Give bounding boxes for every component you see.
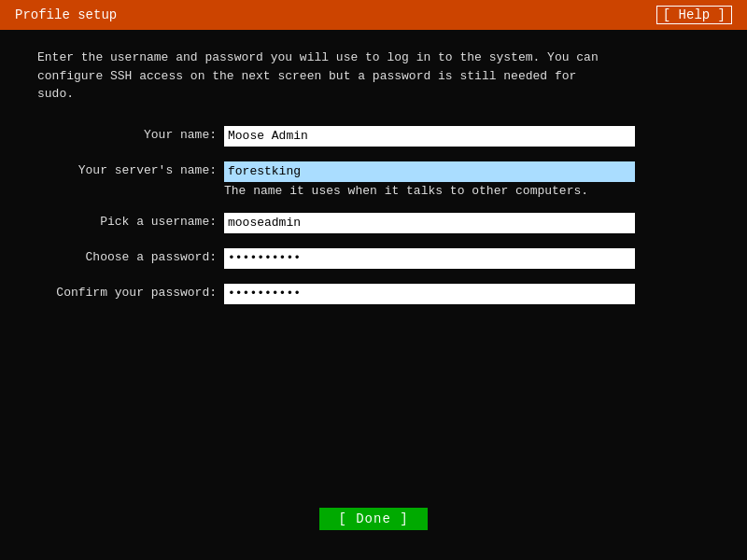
description-text: Enter the username and password you will… bbox=[37, 49, 710, 104]
confirm-password-label: Confirm your password: bbox=[37, 284, 224, 300]
password-input-wrapper bbox=[224, 248, 710, 269]
your-name-row: Your name: bbox=[37, 126, 710, 147]
confirm-password-input-wrapper bbox=[224, 284, 710, 304]
your-name-input[interactable] bbox=[224, 126, 635, 147]
server-name-label: Your server's name: bbox=[37, 161, 224, 177]
main-content: Enter the username and password you will… bbox=[0, 30, 747, 338]
help-button[interactable]: [ Help ] bbox=[656, 6, 732, 24]
server-name-input-wrapper: The name it uses when it talks to other … bbox=[224, 161, 710, 198]
confirm-password-row: Confirm your password: bbox=[37, 284, 710, 304]
server-name-row: Your server's name: The name it uses whe… bbox=[37, 161, 710, 198]
username-input-wrapper bbox=[224, 213, 710, 233]
username-row: Pick a username: bbox=[37, 213, 710, 233]
your-name-input-wrapper bbox=[224, 126, 710, 147]
password-label: Choose a password: bbox=[37, 248, 224, 264]
username-label: Pick a username: bbox=[37, 213, 224, 229]
description-line2: configure SSH access on the next screen … bbox=[37, 69, 576, 83]
description-line3: sudo. bbox=[37, 87, 74, 101]
footer: [ Done ] bbox=[0, 508, 747, 530]
server-name-input[interactable] bbox=[224, 161, 635, 182]
header-bar: Profile setup [ Help ] bbox=[0, 0, 747, 30]
password-row: Choose a password: bbox=[37, 248, 710, 269]
username-input[interactable] bbox=[224, 213, 635, 233]
password-input[interactable] bbox=[224, 248, 635, 269]
server-name-hint: The name it uses when it talks to other … bbox=[224, 184, 710, 198]
your-name-label: Your name: bbox=[37, 126, 224, 142]
description-line1: Enter the username and password you will… bbox=[37, 50, 599, 64]
confirm-password-input[interactable] bbox=[224, 284, 635, 304]
done-button[interactable]: [ Done ] bbox=[319, 508, 427, 530]
page-title: Profile setup bbox=[15, 7, 117, 22]
